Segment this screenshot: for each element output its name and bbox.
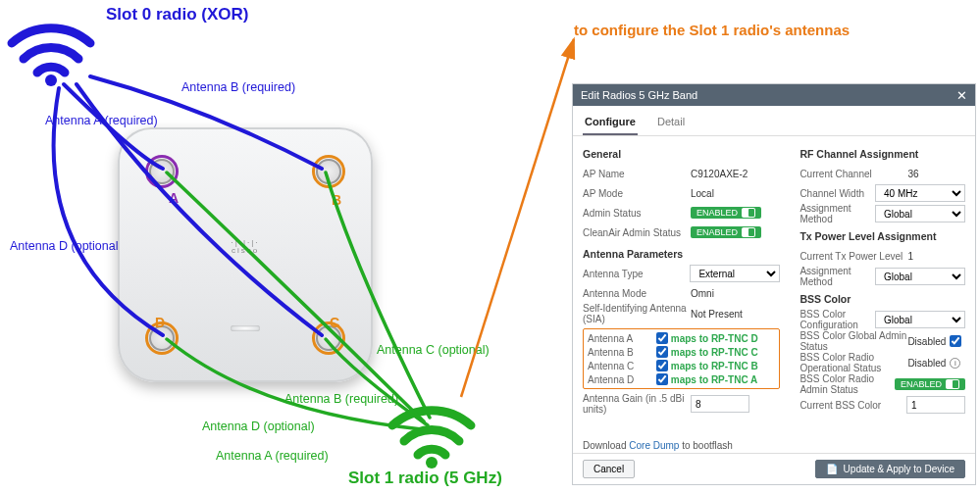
- rf-method-select[interactable]: Global: [875, 205, 965, 222]
- admin-status-toggle[interactable]: ENABLED: [691, 207, 761, 219]
- bss-gadmin-k: BSS Color Global Admin Status: [799, 330, 907, 352]
- panel-footer: Cancel 📄 Update & Apply to Device: [573, 453, 975, 484]
- width-k: Channel Width: [799, 188, 875, 199]
- tx-method-select[interactable]: Global: [875, 268, 965, 285]
- sia-value: Not Present: [691, 309, 780, 320]
- ant-type-label: Antenna Type: [583, 269, 690, 279]
- map-a-k: Antenna A: [588, 333, 656, 344]
- gain-label: Antenna Gain (in .5 dBi units): [583, 393, 691, 415]
- ant-a-blue-label: Antenna A (required): [45, 114, 158, 127]
- map-d-k: Antenna D: [588, 374, 656, 385]
- antenna-heading: Antenna Parameters: [583, 248, 780, 260]
- wifi-icon-blue: [2, 18, 100, 88]
- svg-point-0: [45, 74, 57, 86]
- bss-cfg-k: BSS Color Configuration: [799, 309, 875, 330]
- admin-status-label: Admin Status: [583, 208, 691, 219]
- save-icon: 📄: [826, 464, 838, 474]
- ap-name-value: C9120AXE-2: [691, 169, 780, 179]
- bss-gadmin-chk[interactable]: [950, 335, 961, 347]
- map-c-m: maps to RP-TNC B: [671, 361, 776, 371]
- slot0-title: Slot 0 radio (XOR): [106, 5, 248, 25]
- chan-k: Current Channel: [799, 169, 907, 179]
- txlvl-v: 1: [907, 251, 965, 262]
- port-d-label: D: [155, 315, 165, 330]
- panel-header: Edit Radios 5 GHz Band ✕: [573, 84, 975, 106]
- ant-mode-label: Antenna Mode: [583, 288, 691, 299]
- map-a-m: maps to RP-TNC D: [671, 333, 776, 344]
- bss-cur-input[interactable]: [906, 396, 965, 414]
- bss-radmin-k: BSS Color Radio Admin Status: [799, 373, 895, 395]
- sia-label: Self-Identifying Antenna (SIA): [583, 303, 691, 324]
- map-b-chk[interactable]: [656, 346, 668, 358]
- ant-d-green-label: Antenna D (optional): [202, 420, 315, 433]
- tab-bar: Configure Detail: [573, 106, 975, 136]
- rf-method-k: Assignment Method: [799, 203, 875, 224]
- ant-a-green-label: Antenna A (required): [216, 449, 329, 463]
- cisco-logo: ·|·|·|· cisco: [231, 239, 259, 255]
- txlvl-k: Current Tx Power Level: [799, 251, 907, 262]
- map-b-k: Antenna B: [588, 347, 656, 358]
- ant-b-blue-label: Antenna B (required): [181, 80, 295, 94]
- bss-rop-v: Disabled: [907, 358, 946, 369]
- map-a-chk[interactable]: [656, 332, 668, 344]
- map-d-chk[interactable]: [656, 373, 668, 385]
- port-a: [149, 159, 175, 184]
- rf-heading: RF Channel Assignment: [799, 148, 965, 160]
- cleanair-label: CleanAir Admin Status: [583, 227, 691, 238]
- port-a-label: A: [169, 190, 179, 206]
- col-right: RF Channel Assignment Current Channel36 …: [790, 136, 975, 438]
- diagram-area: Slot 0 radio (XOR) Antenna B (required) …: [0, 0, 549, 494]
- ant-mode-value: Omni: [691, 288, 780, 299]
- bss-gadmin-v: Disabled: [907, 336, 946, 347]
- port-b: [316, 159, 341, 184]
- ant-c-green-label: Antenna C (optional): [377, 343, 490, 357]
- bss-cur-k: Current BSS Color: [799, 400, 906, 411]
- tx-heading: Tx Power Level Assignment: [799, 230, 965, 242]
- cleanair-toggle[interactable]: ENABLED: [691, 226, 761, 238]
- bss-radmin-toggle[interactable]: ENABLED: [895, 378, 965, 390]
- port-c-label: C: [330, 315, 339, 330]
- status-led: [231, 325, 260, 331]
- gain-input[interactable]: [691, 395, 749, 413]
- caption-text: to configure the Slot 1 radio's antennas: [574, 22, 850, 38]
- access-point-chassis: ·|·|·|· cisco: [118, 127, 373, 382]
- col-left: General AP NameC9120AXE-2 AP ModeLocal A…: [573, 136, 790, 438]
- ap-mode-value: Local: [691, 188, 780, 199]
- map-b-m: maps to RP-TNC C: [671, 347, 776, 358]
- antenna-map-box: Antenna A maps to RP-TNC D Antenna B map…: [583, 328, 780, 389]
- slot1-title: Slot 1 radio (5 GHz): [348, 469, 502, 488]
- edit-radio-panel: Edit Radios 5 GHz Band ✕ Configure Detai…: [572, 83, 976, 485]
- cancel-button[interactable]: Cancel: [583, 460, 635, 478]
- download-row: Download Core Dump to bootflash: [573, 438, 975, 453]
- ant-type-select[interactable]: External: [690, 265, 780, 282]
- general-heading: General: [583, 148, 780, 160]
- bss-cfg-select[interactable]: Global: [875, 311, 965, 328]
- tab-detail[interactable]: Detail: [655, 112, 687, 135]
- map-c-k: Antenna C: [588, 361, 656, 371]
- map-c-chk[interactable]: [656, 360, 668, 371]
- close-icon[interactable]: ✕: [956, 88, 967, 103]
- bss-rop-k: BSS Color Radio Operational Status: [799, 352, 907, 373]
- apply-button[interactable]: 📄 Update & Apply to Device: [815, 460, 965, 478]
- bss-heading: BSS Color: [799, 293, 965, 305]
- tab-configure[interactable]: Configure: [583, 112, 638, 135]
- core-dump-link[interactable]: Core Dump: [629, 440, 679, 451]
- panel-title: Edit Radios 5 GHz Band: [581, 89, 697, 101]
- ant-d-blue-label: Antenna D (optional): [10, 239, 123, 253]
- chan-v: 36: [907, 169, 965, 179]
- wifi-icon-green: [383, 400, 481, 470]
- tx-method-k: Assignment Method: [799, 266, 875, 287]
- info-icon[interactable]: i: [950, 358, 960, 369]
- width-select[interactable]: 40 MHz: [875, 184, 965, 202]
- svg-point-1: [426, 457, 438, 469]
- ap-mode-label: AP Mode: [583, 188, 691, 199]
- ant-b-green-label: Antenna B (required): [284, 392, 398, 406]
- ap-name-label: AP Name: [583, 169, 691, 179]
- port-b-label: B: [332, 192, 341, 208]
- map-d-m: maps to RP-TNC A: [671, 374, 776, 385]
